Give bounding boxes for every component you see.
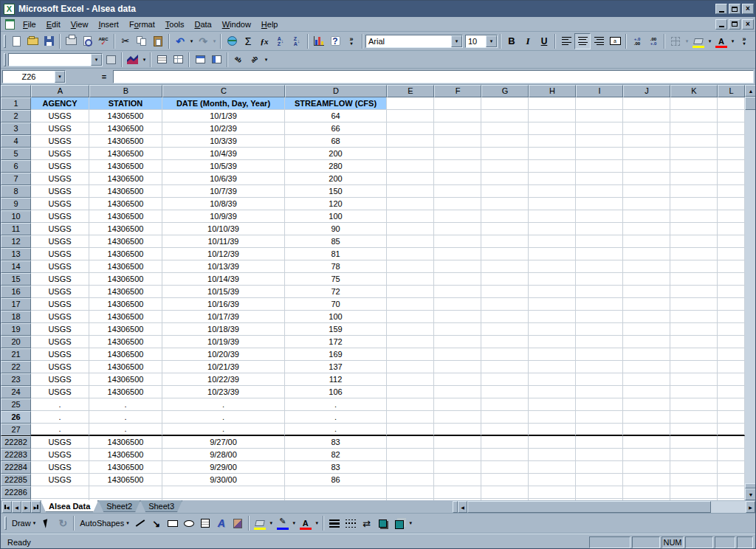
cell-I22286[interactable]: [576, 486, 623, 499]
cell-D22283[interactable]: 82: [285, 449, 387, 461]
cell-F24[interactable]: [434, 386, 481, 398]
draw-menu-button[interactable]: Draw ▾: [9, 515, 38, 531]
chevron-down-icon[interactable]: ▾: [55, 71, 65, 83]
cell-I9[interactable]: [576, 198, 623, 210]
tab-next-button[interactable]: ▶: [21, 501, 31, 513]
cell-I22287[interactable]: [576, 499, 623, 500]
cell-C4[interactable]: 10/3/39: [162, 135, 285, 148]
cell-E23[interactable]: [387, 373, 434, 386]
cell-C9[interactable]: 10/8/39: [162, 198, 285, 210]
cell-I15[interactable]: [576, 273, 623, 286]
cell-D18[interactable]: 100: [285, 311, 387, 323]
row-header-22283[interactable]: 22283: [1, 449, 31, 461]
cell-E22282[interactable]: [387, 436, 434, 449]
undo-dropdown[interactable]: ▾: [188, 33, 195, 49]
cell-C22287[interactable]: [162, 499, 285, 500]
cell-G17[interactable]: [481, 298, 529, 311]
row-header-12[interactable]: 12: [1, 235, 31, 248]
cell-H18[interactable]: [529, 311, 576, 323]
column-header-J[interactable]: J: [623, 85, 670, 97]
cell-L3[interactable]: [718, 122, 745, 135]
cell-D5[interactable]: 200: [285, 148, 387, 160]
fill-color-dropdown[interactable]: ▾: [707, 33, 713, 49]
cell-F10[interactable]: [434, 210, 481, 223]
cell-K12[interactable]: [670, 235, 718, 248]
cell-H22283[interactable]: [529, 449, 576, 461]
cell-K22282[interactable]: [670, 436, 718, 449]
cell-L1[interactable]: [718, 97, 745, 110]
row-header-18[interactable]: 18: [1, 311, 31, 323]
row-header-23[interactable]: 23: [1, 373, 31, 386]
cell-H27[interactable]: [529, 424, 576, 436]
cell-H22285[interactable]: [529, 474, 576, 486]
cell-I27[interactable]: [576, 424, 623, 436]
clip-art-button[interactable]: [230, 515, 246, 531]
cell-I4[interactable]: [576, 135, 623, 148]
tab-alsea-data[interactable]: Alsea Data: [41, 500, 98, 512]
cell-H7[interactable]: [529, 173, 576, 185]
cell-H22282[interactable]: [529, 436, 576, 449]
cell-H23[interactable]: [529, 373, 576, 386]
decrease-decimal-button[interactable]: .00+.0: [645, 33, 662, 49]
cell-G13[interactable]: [481, 248, 529, 260]
cell-B14[interactable]: 14306500: [89, 260, 162, 273]
cell-A9[interactable]: USGS: [31, 198, 89, 210]
cell-G3[interactable]: [481, 122, 529, 135]
cell-G23[interactable]: [481, 373, 529, 386]
row-header-7[interactable]: 7: [1, 173, 31, 185]
cell-G22286[interactable]: [481, 486, 529, 499]
cell-F20[interactable]: [434, 336, 481, 348]
cell-J11[interactable]: [623, 223, 670, 235]
cell-L17[interactable]: [718, 298, 745, 311]
cell-J1[interactable]: [623, 97, 670, 110]
print-preview-button[interactable]: [79, 33, 95, 49]
cell-A22[interactable]: USGS: [31, 361, 89, 373]
cell-G11[interactable]: [481, 223, 529, 235]
cell-G22285[interactable]: [481, 474, 529, 486]
cell-I6[interactable]: [576, 160, 623, 173]
cell-C20[interactable]: 10/19/39: [162, 336, 285, 348]
cell-D17[interactable]: 70: [285, 298, 387, 311]
cell-C1[interactable]: DATE (Month, Day, Year): [162, 97, 285, 110]
cell-A22286[interactable]: [31, 486, 89, 499]
cell-F18[interactable]: [434, 311, 481, 323]
cell-L22285[interactable]: [718, 474, 745, 486]
cell-F2[interactable]: [434, 110, 481, 122]
cell-K4[interactable]: [670, 135, 718, 148]
column-header-E[interactable]: E: [387, 85, 434, 97]
column-header-B[interactable]: B: [89, 85, 162, 97]
cell-D19[interactable]: 159: [285, 323, 387, 336]
draw-fill-color-button[interactable]: [252, 515, 268, 531]
cell-K5[interactable]: [670, 148, 718, 160]
cell-E20[interactable]: [387, 336, 434, 348]
cell-I13[interactable]: [576, 248, 623, 260]
cell-J18[interactable]: [623, 311, 670, 323]
cell-K3[interactable]: [670, 122, 718, 135]
cell-B2[interactable]: 14306500: [89, 110, 162, 122]
cell-A6[interactable]: USGS: [31, 160, 89, 173]
cell-K2[interactable]: [670, 110, 718, 122]
scroll-down-button[interactable]: ▼: [745, 488, 756, 500]
cell-G24[interactable]: [481, 386, 529, 398]
cell-A12[interactable]: USGS: [31, 235, 89, 248]
cell-D2[interactable]: 64: [285, 110, 387, 122]
cell-I22282[interactable]: [576, 436, 623, 449]
cell-H5[interactable]: [529, 148, 576, 160]
scroll-left-button[interactable]: ◀: [458, 501, 467, 513]
column-header-F[interactable]: F: [434, 85, 481, 97]
chart-type-button[interactable]: [125, 52, 141, 68]
menu-item-tools[interactable]: Tools: [160, 18, 190, 30]
cell-F6[interactable]: [434, 160, 481, 173]
tab-last-button[interactable]: ▶: [31, 501, 41, 513]
toolbar-drag-handle[interactable]: [4, 517, 7, 530]
cell-A4[interactable]: USGS: [31, 135, 89, 148]
cell-A22285[interactable]: USGS: [31, 474, 89, 486]
horizontal-scrollbar[interactable]: ◀ ▶: [453, 501, 755, 513]
cell-F27[interactable]: [434, 424, 481, 436]
cell-C23[interactable]: 10/22/39: [162, 373, 285, 386]
cell-G2[interactable]: [481, 110, 529, 122]
cell-I22283[interactable]: [576, 449, 623, 461]
toolbar-drag-handle[interactable]: [4, 53, 6, 66]
cell-K24[interactable]: [670, 386, 718, 398]
cell-F13[interactable]: [434, 248, 481, 260]
